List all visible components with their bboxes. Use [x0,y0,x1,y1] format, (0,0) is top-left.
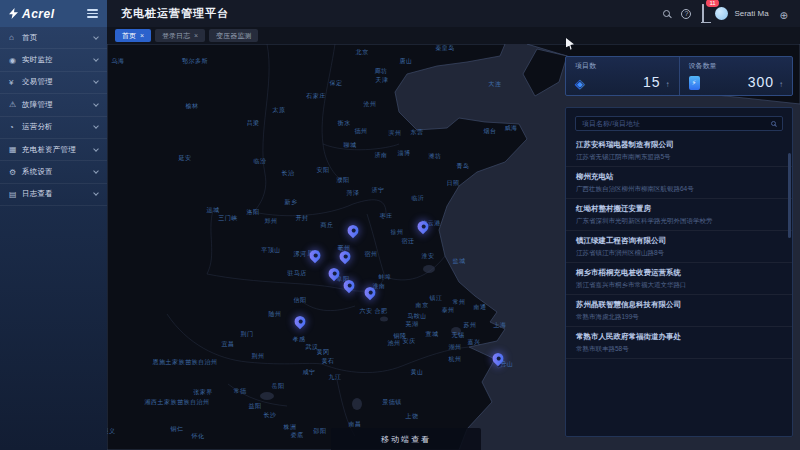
project-search-input[interactable] [582,120,771,127]
notifications-button[interactable]: 11 [702,5,704,23]
map-pin[interactable] [295,316,306,327]
bell-icon [702,4,704,22]
menu-toggle-icon[interactable] [87,9,98,18]
map-pin[interactable] [329,268,340,279]
scrollbar[interactable] [788,153,791,238]
search-icon[interactable] [663,10,670,17]
map-city-label: 恩施土家族苗族自治州 [153,358,218,367]
map-city-label: 临汾 [254,157,267,166]
stats-card: 项目数 ◈ 15 ↑ 设备数量 ⚡ 300 ↑ [565,56,793,96]
mobile-view-button[interactable]: 移动端查看 [331,428,481,450]
map-pin[interactable] [340,251,351,262]
map-city-label: 临沂 [412,194,425,203]
map-city-label: 九江 [329,373,342,382]
help-icon[interactable] [681,9,691,19]
sidebar-item-fault[interactable]: ⚠ 故障管理 [0,94,107,116]
user-name[interactable]: Serati Ma [734,9,768,18]
avatar[interactable] [715,7,728,20]
map-city-label: 上海 [494,321,507,330]
map-city-label: 合肥 [375,307,388,316]
map-city-label: 杭州 [449,355,462,364]
trend-up-icon: ↑ [779,80,783,89]
map-city-label: 孝感 [293,335,306,344]
stat-projects: 项目数 ◈ 15 ↑ [566,57,679,95]
chevron-down-icon [93,123,99,129]
map-city-label: 南京 [416,301,429,310]
project-list-item[interactable]: 江苏安科瑞电器制造有限公司 江苏省无锡江阴市南闸东盟路5号 [566,135,792,167]
project-list-item[interactable]: 桐乡市梧桐充电桩收费运营系统 浙江省嘉兴市桐乡市常福大道文华路口 [566,263,792,295]
close-icon[interactable]: × [140,32,144,39]
map-city-label: 滨州 [389,129,402,138]
map-city-label: 蚌埠 [379,273,392,282]
tab-transformer[interactable]: 变压器监测 [209,29,258,42]
map-city-label: 德州 [355,127,368,136]
sidebar-item-realtime[interactable]: ◉ 实时监控 [0,49,107,71]
map-city-label: 淮安 [422,252,435,261]
map-city-label: 聊城 [344,141,357,150]
map-city-label: 三门峡 [218,214,238,223]
close-icon[interactable]: × [194,32,198,39]
map-city-label: 盐城 [453,257,466,266]
map-city-label: 荆门 [241,330,254,339]
map-city-label: 苏州 [464,321,477,330]
search-icon[interactable] [771,121,776,126]
map-pin[interactable] [365,287,376,298]
sidebar-item-home[interactable]: ⌂ 首页 [0,27,107,49]
map-city-label: 濮阳 [337,176,350,185]
project-list-item[interactable]: 镇江绿建工程咨询有限公司 江苏省镇江市润州区檀山路8号 [566,231,792,263]
map-city-label: 武汉 [306,343,319,352]
tab-home[interactable]: 首页 × [115,29,151,42]
map-city-label: 延安 [179,154,192,163]
map-city-label: 唐山 [400,57,413,66]
map-city-label: 榆林 [186,102,199,111]
map-city-label: 大连 [489,80,502,89]
map-city-label: 常州 [453,298,466,307]
map-pin[interactable] [348,225,359,236]
project-list-item[interactable]: 柳州充电站 广西壮族自治区柳州市柳南区航银路64号 [566,167,792,199]
map-city-label: 平顶山 [261,246,281,255]
sidebar-item-analysis[interactable]: ◔ 运营分析 [0,117,107,139]
map-city-label: 随州 [269,310,282,319]
log-icon: ▤ [9,190,22,199]
project-list-item[interactable]: 常熟市人民政府常福街道办事处 常熟市联丰路58号 [566,327,792,359]
map-city-label: 常德 [234,387,247,396]
sidebar-item-transaction[interactable]: ¥ 交易管理 [0,72,107,94]
layers-icon: ◈ [575,77,585,90]
map-city-label: 洛阳 [247,208,260,217]
map-city-label: 咸宁 [303,368,316,377]
map-pin[interactable] [418,221,429,232]
map-city-label: 岳阳 [272,382,285,391]
sidebar-item-charger-asset[interactable]: ▦ 充电桩资产管理 [0,139,107,161]
tab-bar: 首页 × 登录日志 × 变压器监测 [107,27,800,44]
page-title: 充电桩运营管理平台 [107,6,229,21]
map-city-label: 娄底 [291,431,304,440]
project-list-item[interactable]: 红坳村整村搬迁安置房 广东省深圳市光明新区科学路光明外国语学校旁 [566,199,792,231]
map-city-label: 泰州 [442,306,455,315]
map-pin[interactable] [493,353,504,364]
sidebar-item-log-view[interactable]: ▤ 日志查看 [0,184,107,206]
project-list-card: 江苏安科瑞电器制造有限公司 江苏省无锡江阴市南闸东盟路5号 柳州充电站 广西壮族… [565,107,793,437]
stat-devices: 设备数量 ⚡ 300 ↑ [679,57,793,95]
map-city-label: 烟台 [484,127,497,136]
map-city-label: 黄山 [411,368,424,377]
map-city-label: 宿迁 [402,237,415,246]
map-city-label: 新乡 [285,198,298,207]
language-icon[interactable] [780,5,788,23]
map-pin[interactable] [310,250,321,261]
map-city-label: 南通 [474,303,487,312]
sidebar-menu: ⌂ 首页 ◉ 实时监控 ¥ 交易管理 ⚠ 故障管理 ◔ 运营分析 ▦ 充电桩资产… [0,27,107,206]
map-city-label: 太原 [273,106,286,115]
sidebar: Acrel ⌂ 首页 ◉ 实时监控 ¥ 交易管理 ⚠ 故障管理 ◔ 运营分析 ▦… [0,0,107,450]
map-city-label: 宜昌 [222,340,235,349]
map-city-label: 铜仁 [171,425,184,434]
project-list-item[interactable]: 苏州晶联智慧信息科技有限公司 常熟市海虞北路199号 [566,295,792,327]
top-header: 充电桩运营管理平台 11 Serati Ma [107,0,800,27]
sidebar-item-system-settings[interactable]: ⚙ 系统设置 [0,161,107,183]
analysis-icon: ◔ [9,123,22,132]
map-city-label: 菏泽 [347,189,360,198]
tab-login-log[interactable]: 登录日志 × [155,29,205,42]
map-pin[interactable] [344,280,355,291]
map-city-label: 潍坊 [429,152,442,161]
home-icon: ⌂ [9,33,22,42]
chevron-down-icon [93,79,99,85]
